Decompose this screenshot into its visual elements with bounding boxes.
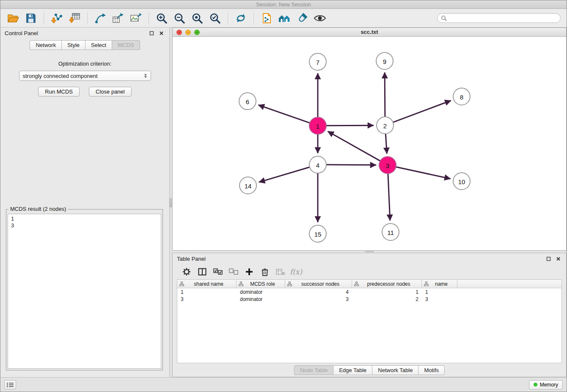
control-panel-title: Control Panel	[5, 30, 38, 36]
function-builder-button[interactable]: f(x)	[288, 265, 304, 278]
refresh-view-button[interactable]	[232, 11, 249, 26]
maximize-window-icon[interactable]	[194, 30, 200, 35]
tab-network-table[interactable]: Network Table	[372, 365, 418, 375]
main-area: Control Panel NetworkStyleSelectMCDS Opt…	[0, 28, 567, 377]
edge-4-14[interactable]	[259, 167, 310, 182]
edge-3-1[interactable]	[328, 131, 380, 161]
zoom-in-button[interactable]	[153, 11, 170, 26]
edge-1-6[interactable]	[258, 105, 310, 123]
edge-3-11[interactable]	[388, 174, 390, 221]
new-network-button[interactable]	[92, 11, 109, 26]
close-icon	[556, 257, 561, 261]
splitter-grip-icon[interactable]	[365, 251, 374, 252]
dropdown-stepper-icon	[144, 74, 147, 78]
status-list-button[interactable]	[4, 380, 16, 389]
network-canvas[interactable]: 7968124314101511	[173, 37, 566, 250]
paint-brush-icon	[297, 13, 308, 24]
network-graph[interactable]: 7968124314101511	[173, 37, 567, 250]
memory-button[interactable]: Memory	[529, 380, 563, 389]
node-6[interactable]: 6	[239, 93, 256, 110]
svg-text:2: 2	[383, 122, 387, 130]
table-toolbar: f(x)	[173, 264, 566, 279]
trash-icon	[261, 268, 268, 276]
edge-2-8[interactable]	[393, 100, 451, 122]
control-panel-buttons: Run MCDS Close panel	[0, 87, 169, 97]
column-header-shared-name[interactable]: shared name	[177, 280, 237, 288]
column-header-name[interactable]: name	[422, 280, 457, 288]
split-columns-button[interactable]	[194, 265, 210, 278]
node-15[interactable]: 15	[309, 225, 326, 242]
export-image-button[interactable]	[127, 11, 144, 26]
close-control-panel-button[interactable]	[157, 29, 165, 37]
network-from-table-button[interactable]	[110, 11, 127, 26]
node-14[interactable]: 14	[239, 177, 256, 194]
search-input[interactable]	[449, 15, 557, 21]
tab-network[interactable]: Network	[30, 40, 62, 50]
horizontal-splitter[interactable]	[172, 251, 567, 253]
add-column-button[interactable]	[241, 265, 257, 278]
copy-network-button[interactable]	[258, 11, 275, 26]
node-2[interactable]: 2	[377, 117, 394, 134]
node-10[interactable]: 10	[453, 173, 470, 190]
panel-splitter[interactable]	[170, 28, 172, 377]
tab-select[interactable]: Select	[85, 40, 112, 50]
close-window-icon[interactable]	[176, 30, 182, 35]
optimization-dropdown[interactable]: strongly connected component	[19, 71, 151, 81]
column-header-successor-nodes[interactable]: successor nodes	[285, 280, 352, 288]
delete-column-button[interactable]	[257, 265, 272, 278]
node-9[interactable]: 9	[376, 52, 393, 69]
clear-table-button[interactable]	[272, 265, 288, 278]
table-header-row: shared nameMCDS rolesuccessor nodesprede…	[177, 280, 561, 288]
status-bar: Memory	[0, 377, 567, 392]
control-panel-header: Control Panel	[0, 28, 169, 39]
open-session-button[interactable]	[5, 11, 22, 26]
tab-motifs[interactable]: Motifs	[418, 365, 445, 375]
float-panel-button[interactable]	[148, 29, 155, 37]
zoom-selected-button[interactable]	[206, 11, 223, 26]
search-box[interactable]	[437, 13, 561, 23]
import-table-button[interactable]	[66, 11, 83, 26]
tab-edge-table[interactable]: Edge Table	[333, 365, 372, 375]
tab-style[interactable]: Style	[61, 40, 85, 50]
run-mcds-button[interactable]: Run MCDS	[38, 87, 80, 97]
zoom-out-button[interactable]	[171, 11, 188, 26]
table-settings-button[interactable]	[179, 265, 194, 278]
svg-text:15: 15	[314, 231, 322, 238]
close-panel-button[interactable]: Close panel	[89, 87, 132, 97]
node-11[interactable]: 11	[382, 224, 399, 240]
node-1[interactable]: 1	[309, 117, 326, 134]
float-table-panel-button[interactable]	[545, 255, 552, 262]
edge-2-9[interactable]	[385, 72, 385, 117]
show-hide-details-button[interactable]	[311, 11, 328, 26]
home-networks-button[interactable]	[276, 11, 293, 26]
svg-text:6: 6	[246, 98, 249, 105]
edge-4-3[interactable]	[326, 165, 376, 165]
node-8[interactable]: 8	[453, 88, 470, 105]
deselect-all-button[interactable]	[226, 265, 241, 278]
close-table-panel-button[interactable]	[554, 255, 562, 262]
edge-2-3[interactable]	[385, 134, 387, 154]
tab-node-table[interactable]: Node Table	[294, 365, 334, 375]
column-header-MCDS-role[interactable]: MCDS role	[237, 280, 285, 288]
select-all-button[interactable]	[210, 265, 226, 278]
table-row[interactable]: 1dominator411	[177, 288, 561, 295]
table-row[interactable]: 3dominator323	[177, 295, 561, 303]
minimize-window-icon[interactable]	[185, 30, 191, 35]
edge-1-2[interactable]	[326, 125, 374, 126]
tab-mcds[interactable]: MCDS	[112, 40, 140, 50]
edge-3-10[interactable]	[396, 167, 451, 179]
mcds-result-list[interactable]: 13	[8, 214, 161, 369]
network-window: scc.txt 7968124314101511	[172, 28, 567, 251]
node-7[interactable]: 7	[309, 53, 326, 70]
splitter-grip-icon[interactable]	[170, 198, 172, 207]
zoom-fit-button[interactable]	[189, 11, 206, 26]
control-panel: Control Panel NetworkStyleSelectMCDS Opt…	[0, 28, 170, 377]
apply-style-button[interactable]	[294, 11, 311, 26]
import-network-button[interactable]	[48, 11, 65, 26]
svg-text:14: 14	[245, 182, 252, 190]
mcds-result-group: MCDS result (2 nodes) 13	[6, 209, 163, 370]
save-session-button[interactable]	[22, 11, 39, 26]
node-4[interactable]: 4	[309, 156, 326, 173]
column-header-predecessor-nodes[interactable]: predecessor nodes	[352, 280, 422, 288]
node-3[interactable]: 3	[379, 157, 396, 174]
